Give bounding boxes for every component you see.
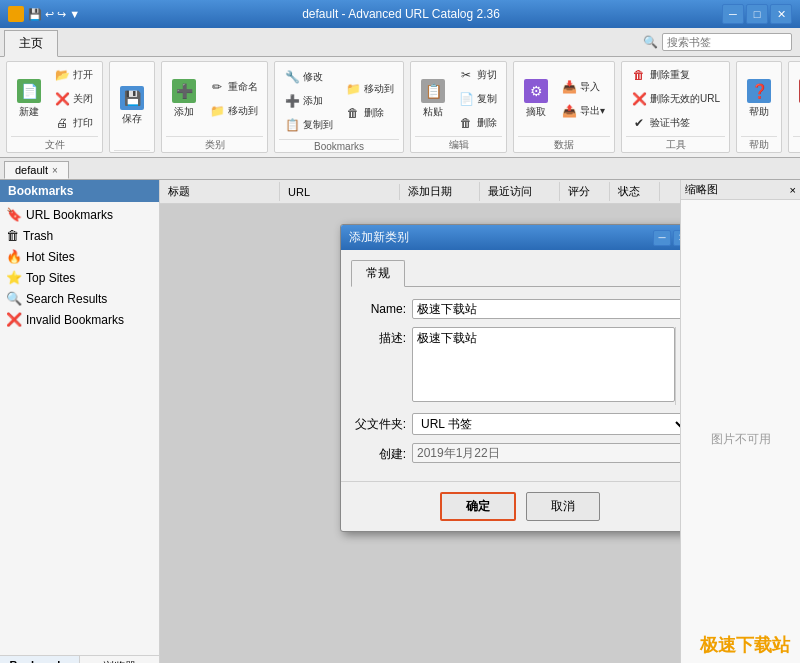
new-icon: 📄 — [17, 79, 41, 103]
sidebar-item-label: Search Results — [26, 292, 107, 306]
file-tab-default[interactable]: default × — [4, 161, 69, 179]
add-bm-button[interactable]: ➕ 添加 — [279, 90, 338, 112]
url-bookmarks-icon: 🔖 — [6, 207, 22, 222]
parent-select-wrap: URL 书签 — [412, 413, 689, 435]
import-button[interactable]: 📥 导入 — [556, 76, 610, 98]
export-button[interactable]: 📤 导出▾ — [556, 100, 610, 122]
file-group-label: 文件 — [11, 136, 98, 152]
col-title[interactable]: 标题 — [160, 182, 280, 201]
ok-button[interactable]: 确定 — [440, 492, 516, 521]
close-button[interactable]: ✕ — [770, 4, 792, 24]
data-items: ⚙ 摘取 📥 导入 📤 导出▾ — [518, 64, 610, 134]
bookmarks-tab-btn[interactable]: Bookmarks — [0, 656, 80, 663]
ribbon-group-exit: 🚪 退出 退出 — [788, 61, 800, 153]
maximize-button[interactable]: □ — [746, 4, 768, 24]
print-button[interactable]: 🖨 打印 — [49, 112, 98, 134]
ribbon-group-category: ➕ 添加 ✏ 重命名 📁 移动到 类别 — [161, 61, 268, 153]
remove-dup-icon: 🗑 — [631, 67, 647, 83]
tab-home[interactable]: 主页 — [4, 30, 58, 57]
created-input — [412, 443, 689, 463]
help-icon: ❓ — [747, 79, 771, 103]
sidebar-item-trash[interactable]: 🗑 Trash — [2, 225, 157, 246]
search-input[interactable] — [662, 33, 792, 51]
parent-label: 父文件夹: — [351, 413, 406, 433]
data-col: 📥 导入 📤 导出▾ — [556, 76, 610, 122]
search-icon: 🔍 — [643, 35, 658, 49]
sidebar-item-hot-sites[interactable]: 🔥 Hot Sites — [2, 246, 157, 267]
extract-button[interactable]: ⚙ 摘取 — [518, 75, 554, 123]
copy-icon: 📄 — [458, 91, 474, 107]
cancel-button[interactable]: 取消 — [526, 492, 600, 521]
sidebar-item-search-results[interactable]: 🔍 Search Results — [2, 288, 157, 309]
browser-tab-btn[interactable]: 浏览器 — [80, 656, 159, 663]
delete-bm-button[interactable]: 🗑 删除 — [340, 102, 399, 124]
remove-dup-button[interactable]: 🗑 删除重复 — [626, 64, 725, 86]
copy-button[interactable]: 📄 复制 — [453, 88, 502, 110]
col-visited[interactable]: 最近访问 — [480, 182, 560, 201]
form-row-parent: 父文件夹: URL 书签 — [351, 413, 689, 435]
desc-textarea[interactable]: 极速下载站 — [412, 327, 675, 402]
ribbon-group-file: 📄 新建 📂 打开 ❌ 关闭 🖨 打印 — [6, 61, 103, 153]
exit-items: 🚪 退出 — [793, 64, 800, 134]
copy-to-button[interactable]: 📋 复制到 — [279, 114, 338, 136]
form-row-created: 创建: — [351, 443, 689, 463]
cut-button[interactable]: ✂ 剪切 — [453, 64, 502, 86]
thumbnail-body: 图片不可用 — [681, 200, 800, 663]
move-button[interactable]: 📁 移动到 — [204, 100, 263, 122]
cut-icon: ✂ — [458, 67, 474, 83]
col-rating[interactable]: 评分 — [560, 182, 610, 201]
col-added[interactable]: 添加日期 — [400, 182, 480, 201]
sidebar-item-label: Trash — [23, 229, 53, 243]
add-bm-icon: ➕ — [284, 93, 300, 109]
import-icon: 📥 — [561, 79, 577, 95]
paste-icon: 📋 — [421, 79, 445, 103]
top-sites-icon: ⭐ — [6, 270, 22, 285]
modal-content: 常规 Name: 描述: 极速下载站 — [341, 250, 699, 481]
save-group-label — [114, 150, 150, 152]
ribbon-group-save: 💾 保存 — [109, 61, 155, 153]
content-area: 标题 URL 添加日期 最近访问 评分 状态 添加新类别 ─ ✕ — [160, 180, 800, 663]
edit-col: ✂ 剪切 📄 复制 🗑 删除 — [453, 64, 502, 134]
file-tab-label: default — [15, 164, 48, 176]
rename-button[interactable]: ✏ 重命名 — [204, 76, 263, 98]
delete-edit-button[interactable]: 🗑 删除 — [453, 112, 502, 134]
desc-label: 描述: — [351, 327, 406, 347]
close-button[interactable]: ❌ 关闭 — [49, 88, 98, 110]
title-bar: 💾 ↩ ↪ ▼ default - Advanced URL Catalog 2… — [0, 0, 800, 28]
sidebar-item-invalid-bookmarks[interactable]: ❌ Invalid Bookmarks — [2, 309, 157, 330]
modal-minimize-btn[interactable]: ─ — [653, 230, 671, 246]
minimize-button[interactable]: ─ — [722, 4, 744, 24]
thumbnail-close[interactable]: × — [790, 184, 796, 196]
remove-invalid-button[interactable]: ❌ 删除无效的URL — [626, 88, 725, 110]
parent-select[interactable]: URL 书签 — [412, 413, 689, 435]
tools-group-label: 工具 — [626, 136, 725, 152]
modal-tab-general[interactable]: 常规 — [351, 260, 405, 287]
ribbon-group-tools: 🗑 删除重复 ❌ 删除无效的URL ✔ 验证书签 工具 — [621, 61, 730, 153]
add-category-button[interactable]: ➕ 添加 — [166, 75, 202, 123]
sidebar-item-url-bookmarks[interactable]: 🔖 URL Bookmarks — [2, 204, 157, 225]
new-button[interactable]: 📄 新建 — [11, 75, 47, 123]
thumbnail-label: 缩略图 — [685, 182, 718, 197]
name-input[interactable] — [412, 299, 689, 319]
rename-icon: ✏ — [209, 79, 225, 95]
ribbon-group-bookmarks: 🔧 修改 ➕ 添加 📋 复制到 📁 移动到 — [274, 61, 404, 153]
window-controls: ─ □ ✕ — [722, 4, 792, 24]
sidebar-items: 🔖 URL Bookmarks 🗑 Trash 🔥 Hot Sites ⭐ To… — [0, 202, 159, 655]
sidebar-item-top-sites[interactable]: ⭐ Top Sites — [2, 267, 157, 288]
move-icon: 📁 — [209, 103, 225, 119]
invalid-bookmarks-icon: ❌ — [6, 312, 22, 327]
help-button[interactable]: ❓ 帮助 — [741, 75, 777, 123]
exit-button[interactable]: 🚪 退出 — [793, 75, 800, 123]
modify-button[interactable]: 🔧 修改 — [279, 66, 338, 88]
save-button[interactable]: 💾 保存 — [114, 82, 150, 130]
col-status[interactable]: 状态 — [610, 182, 660, 201]
copy-to-icon: 📋 — [284, 117, 300, 133]
move-to-bm-button[interactable]: 📁 移动到 — [340, 78, 399, 100]
verify-button[interactable]: ✔ 验证书签 — [626, 112, 725, 134]
file-tab-close[interactable]: × — [52, 165, 58, 176]
paste-button[interactable]: 📋 粘贴 — [415, 75, 451, 123]
help-items: ❓ 帮助 — [741, 64, 777, 134]
col-url[interactable]: URL — [280, 184, 400, 200]
delete-bm-icon: 🗑 — [345, 105, 361, 121]
open-button[interactable]: 📂 打开 — [49, 64, 98, 86]
